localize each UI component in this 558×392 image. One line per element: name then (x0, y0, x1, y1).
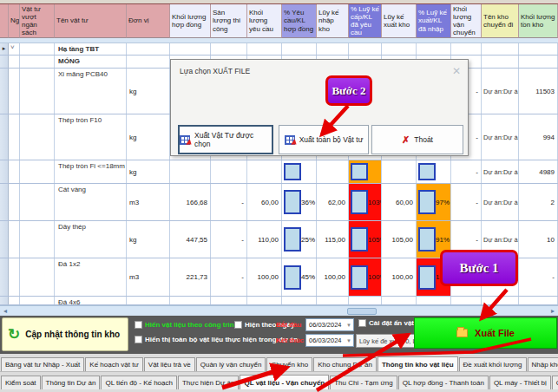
app-window: NguVật tư vượt ngân sáchTên vật tưĐơn vị… (0, 0, 558, 392)
main-tab-0[interactable]: Kiểm soát (1, 376, 41, 389)
material-name: Dây thép (55, 221, 127, 258)
main-tab-6[interactable]: QL hợp đồng - Thanh toán (398, 376, 489, 389)
stock-qty-cell (519, 297, 558, 304)
dropdown-arrow-icon[interactable]: ▼ (346, 323, 353, 328)
module-tab-8[interactable]: Nhập kho (528, 357, 558, 371)
start-date-field[interactable]: 06/03/2024▼ (305, 318, 354, 331)
column-header-14[interactable]: Tên kho chuyển đi (482, 4, 519, 38)
module-tab-7[interactable]: Đề xuất khối lượng (459, 357, 527, 371)
row-marker (0, 258, 9, 296)
module-tab-1[interactable]: Kế hoạch vật tư (85, 357, 143, 371)
percent-value: 100% (368, 273, 382, 281)
stock-qty-cell: - (519, 258, 558, 296)
column-header-10[interactable]: % Luỹ kế cấp/KL đã yêu cầu (349, 4, 382, 38)
hide-nonzero-checkbox[interactable] (358, 319, 366, 327)
percent-cell: 97% (417, 184, 451, 220)
module-tab-5[interactable]: Kho chung Dự án (313, 357, 377, 371)
row-marker: ▸ (0, 43, 9, 55)
table-row[interactable]: ▸˅Hạ tầng TBT (0, 43, 558, 56)
end-date-label: Kết thúc (276, 336, 304, 344)
contract-qty-cell: 447,55 (170, 221, 211, 258)
module-tab-3[interactable]: Quản lý vận chuyển (196, 357, 266, 371)
main-tab-5[interactable]: Thu Chi - Tạm ứng (330, 376, 397, 389)
main-tab-4[interactable]: QL vật liệu - Vận chuyển (240, 375, 329, 389)
unit-cell: kg (127, 69, 170, 114)
column-header-1[interactable]: Ngu (9, 4, 20, 38)
expand-icon (9, 160, 20, 183)
step1-callout: Bước 1 (440, 250, 518, 286)
export-folder-icon (456, 329, 468, 337)
scrollbar-thumb[interactable] (347, 308, 377, 315)
column-header-6[interactable]: Sản lượng thi công (211, 4, 247, 38)
output-cell: - (211, 258, 247, 296)
dropdown-arrow-icon[interactable]: ▼ (346, 338, 353, 343)
column-header-8[interactable]: % Yêu cầu/KL hợp đồng (282, 4, 317, 38)
all-materials-checkbox[interactable] (135, 336, 142, 343)
percent-value: 103% (368, 199, 382, 206)
percent-value: 45% (301, 273, 315, 281)
group-empty-cell (382, 43, 417, 55)
start-date-label: Bắt đầu (276, 321, 301, 329)
by-project-checkbox[interactable] (135, 321, 142, 329)
main-tab-8[interactable]: Chấm công (552, 376, 558, 389)
end-date-field[interactable]: 06/03/2024▼ (305, 334, 354, 347)
update-warehouse-button[interactable]: ↻ Cập nhật thông tin kho (2, 317, 128, 351)
table-row[interactable]: Đá 4x6 (0, 297, 558, 305)
progress-square (418, 227, 436, 252)
requested-qty-cell: 60,00 (247, 184, 282, 220)
column-header-4[interactable]: Đơn vị (127, 4, 170, 38)
export-file-label: Xuất File (475, 328, 515, 338)
over-budget-cell (20, 69, 55, 114)
percent-cell: 45% (282, 258, 317, 296)
group-empty-cell (127, 56, 170, 68)
column-header-13[interactable]: Khối lượng vận chuyển (451, 4, 482, 38)
export-file-button[interactable]: Xuất File (414, 317, 557, 349)
percent-cell: 105% (349, 221, 382, 258)
module-tab-4[interactable]: Chuyển kho (266, 357, 312, 371)
percent-cell (349, 160, 382, 183)
expand-icon (9, 297, 20, 304)
column-header-2[interactable]: Vật tư vượt ngân sách (20, 4, 55, 38)
module-tab-6[interactable]: Thông tin kho vật liệu (377, 356, 458, 371)
table-header-row: NguVật tư vượt ngân sáchTên vật tưĐơn vị… (0, 4, 558, 38)
column-header-11[interactable]: Lũy kế xuất kho (382, 4, 417, 38)
percent-value: 91% (436, 236, 450, 244)
table-row[interactable]: Cát vàngm3166,68-60,0036%62,00103%60,009… (0, 184, 558, 221)
all-materials-label: Hiển thị toàn bộ vật liệu thực hiện tron… (145, 336, 298, 343)
column-header-15[interactable]: Khối lượng tồn kho (519, 4, 558, 38)
scroll-left-icon[interactable]: ◂ (0, 306, 10, 317)
contract-qty-cell (170, 160, 211, 183)
export-all-button[interactable]: Xuất toàn bộ Vật tư (279, 125, 369, 154)
main-tab-2[interactable]: QL tiến độ - Kế hoạch (101, 376, 177, 389)
table-row[interactable]: Thép tròn Fi <=18mmkg-Dự án:Dự á...4989 (0, 160, 558, 184)
progress-square (284, 190, 301, 214)
module-tab-0[interactable]: Bảng vật tư Nhập - Xuất (1, 357, 84, 371)
progress-square (351, 163, 368, 180)
unit-cell: m3 (127, 184, 170, 220)
close-icon[interactable]: ✕ (452, 65, 461, 77)
column-header-9[interactable]: Lũy kế nhập kho (317, 4, 349, 38)
requested-qty-cell: 100,00 (247, 258, 282, 296)
main-tab-1[interactable]: Thông tin Dự án (42, 376, 101, 389)
column-header-0[interactable] (0, 4, 9, 38)
material-name: Thép tròn F10 (55, 114, 127, 160)
column-header-3[interactable]: Tên vật tư (55, 4, 127, 38)
by-day-checkbox[interactable] (234, 321, 242, 329)
unit-cell: kg (127, 114, 170, 160)
over-budget-cell (20, 258, 55, 296)
module-tab-2[interactable]: Vật liệu trả về (144, 357, 195, 371)
expand-icon: ˅ (9, 43, 20, 55)
column-header-12[interactable]: % Luỹ kế xuất/KL đã nhập (417, 4, 451, 38)
export-selected-button[interactable]: Xuất Vật Tư được chọn (178, 125, 273, 154)
column-header-5[interactable]: Khối lượng hợp đồng (170, 4, 211, 38)
main-tab-3[interactable]: Thực hiện Dự án (178, 376, 240, 389)
material-name: MÓNG (55, 56, 127, 68)
export-grid-icon (285, 135, 295, 145)
column-header-7[interactable]: Khối lượng yêu cầu (247, 4, 282, 38)
progress-square (351, 265, 368, 290)
main-tab-7[interactable]: QL máy - Thiết bị (489, 376, 551, 389)
horizontal-scrollbar[interactable]: ◂ ▸ (0, 305, 558, 316)
issued-cell: 100,00 (382, 258, 417, 296)
exit-button[interactable]: ✗Thoát (371, 125, 463, 154)
scroll-right-icon[interactable]: ▸ (548, 306, 558, 317)
